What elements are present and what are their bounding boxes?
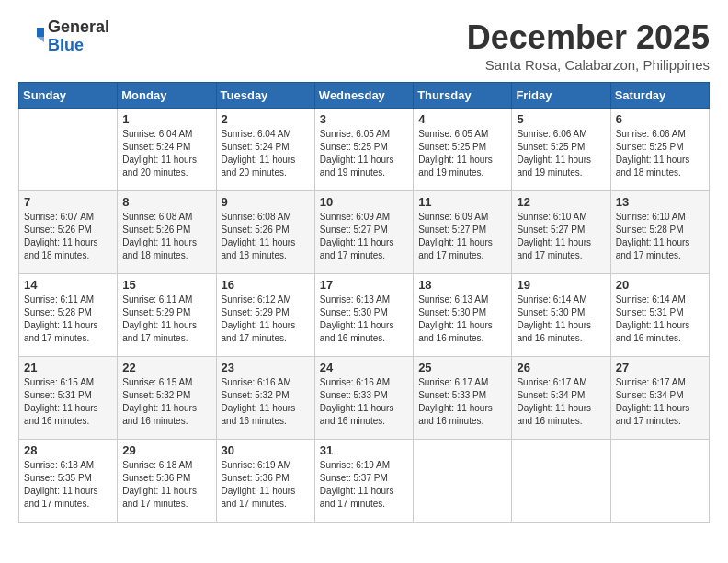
calendar-cell: 21Sunrise: 6:15 AM Sunset: 5:31 PM Dayli… xyxy=(19,357,118,440)
calendar-cell: 29Sunrise: 6:18 AM Sunset: 5:36 PM Dayli… xyxy=(118,440,216,523)
calendar-cell: 1Sunrise: 6:04 AM Sunset: 5:24 PM Daylig… xyxy=(118,109,216,191)
calendar-cell: 7Sunrise: 6:07 AM Sunset: 5:26 PM Daylig… xyxy=(19,191,118,274)
header-cell-friday: Friday xyxy=(512,83,610,109)
calendar-cell: 19Sunrise: 6:14 AM Sunset: 5:30 PM Dayli… xyxy=(512,274,610,357)
day-number: 25 xyxy=(418,361,506,374)
page-header: General Blue December 2025 Santa Rosa, C… xyxy=(18,18,710,73)
day-info: Sunrise: 6:04 AM Sunset: 5:24 PM Dayligh… xyxy=(122,128,210,179)
calendar-week-1: 1Sunrise: 6:04 AM Sunset: 5:24 PM Daylig… xyxy=(19,109,710,191)
day-info: Sunrise: 6:18 AM Sunset: 5:35 PM Dayligh… xyxy=(24,459,112,511)
calendar-cell: 14Sunrise: 6:11 AM Sunset: 5:28 PM Dayli… xyxy=(19,274,118,357)
calendar-cell: 23Sunrise: 6:16 AM Sunset: 5:32 PM Dayli… xyxy=(216,357,314,440)
day-number: 18 xyxy=(418,278,506,292)
day-number: 23 xyxy=(222,361,310,374)
header-row: SundayMondayTuesdayWednesdayThursdayFrid… xyxy=(19,83,710,109)
logo-text: General Blue xyxy=(48,18,109,55)
logo-icon xyxy=(18,24,44,50)
calendar-cell: 31Sunrise: 6:19 AM Sunset: 5:37 PM Dayli… xyxy=(314,440,413,523)
day-info: Sunrise: 6:11 AM Sunset: 5:29 PM Dayligh… xyxy=(122,293,210,345)
day-number: 9 xyxy=(222,195,310,209)
calendar-cell: 8Sunrise: 6:08 AM Sunset: 5:26 PM Daylig… xyxy=(118,191,216,274)
calendar-week-4: 21Sunrise: 6:15 AM Sunset: 5:31 PM Dayli… xyxy=(19,357,710,440)
day-info: Sunrise: 6:14 AM Sunset: 5:31 PM Dayligh… xyxy=(616,293,704,345)
day-number: 30 xyxy=(222,443,310,457)
day-number: 4 xyxy=(418,112,506,126)
day-info: Sunrise: 6:14 AM Sunset: 5:30 PM Dayligh… xyxy=(517,293,605,345)
day-number: 3 xyxy=(320,112,408,126)
day-number: 14 xyxy=(24,278,112,292)
day-info: Sunrise: 6:18 AM Sunset: 5:36 PM Dayligh… xyxy=(122,459,210,511)
calendar-body: 1Sunrise: 6:04 AM Sunset: 5:24 PM Daylig… xyxy=(19,109,710,523)
day-info: Sunrise: 6:07 AM Sunset: 5:26 PM Dayligh… xyxy=(24,211,112,262)
day-info: Sunrise: 6:19 AM Sunset: 5:36 PM Dayligh… xyxy=(222,459,310,511)
calendar-cell: 20Sunrise: 6:14 AM Sunset: 5:31 PM Dayli… xyxy=(610,274,709,357)
day-info: Sunrise: 6:05 AM Sunset: 5:25 PM Dayligh… xyxy=(320,128,408,179)
calendar-week-3: 14Sunrise: 6:11 AM Sunset: 5:28 PM Dayli… xyxy=(19,274,710,357)
day-info: Sunrise: 6:19 AM Sunset: 5:37 PM Dayligh… xyxy=(320,459,408,511)
day-number: 16 xyxy=(222,278,310,292)
day-number: 17 xyxy=(320,278,408,292)
day-number: 10 xyxy=(320,195,408,209)
calendar-cell xyxy=(610,440,709,523)
calendar-week-5: 28Sunrise: 6:18 AM Sunset: 5:35 PM Dayli… xyxy=(19,440,710,523)
calendar-cell: 4Sunrise: 6:05 AM Sunset: 5:25 PM Daylig… xyxy=(414,109,512,191)
calendar-cell: 5Sunrise: 6:06 AM Sunset: 5:25 PM Daylig… xyxy=(512,109,610,191)
calendar-cell: 24Sunrise: 6:16 AM Sunset: 5:33 PM Dayli… xyxy=(314,357,413,440)
calendar-cell: 13Sunrise: 6:10 AM Sunset: 5:28 PM Dayli… xyxy=(610,191,709,274)
header-cell-sunday: Sunday xyxy=(19,83,118,109)
logo-blue: Blue xyxy=(48,37,109,55)
calendar-cell xyxy=(414,440,512,523)
page-container: General Blue December 2025 Santa Rosa, C… xyxy=(0,0,728,532)
day-number: 26 xyxy=(517,361,605,374)
calendar-cell: 12Sunrise: 6:10 AM Sunset: 5:27 PM Dayli… xyxy=(512,191,610,274)
day-info: Sunrise: 6:15 AM Sunset: 5:32 PM Dayligh… xyxy=(122,376,210,428)
day-info: Sunrise: 6:17 AM Sunset: 5:33 PM Dayligh… xyxy=(418,376,506,428)
day-number: 29 xyxy=(122,443,210,457)
location: Santa Rosa, Calabarzon, Philippines xyxy=(467,57,710,73)
day-number: 13 xyxy=(616,195,704,209)
day-info: Sunrise: 6:17 AM Sunset: 5:34 PM Dayligh… xyxy=(517,376,605,428)
day-info: Sunrise: 6:16 AM Sunset: 5:33 PM Dayligh… xyxy=(320,376,408,428)
day-number: 31 xyxy=(320,443,408,457)
day-info: Sunrise: 6:16 AM Sunset: 5:32 PM Dayligh… xyxy=(222,376,310,428)
day-info: Sunrise: 6:12 AM Sunset: 5:29 PM Dayligh… xyxy=(222,293,310,345)
day-number: 1 xyxy=(122,112,210,126)
calendar-cell: 18Sunrise: 6:13 AM Sunset: 5:30 PM Dayli… xyxy=(414,274,512,357)
day-number: 27 xyxy=(616,361,704,374)
calendar-week-2: 7Sunrise: 6:07 AM Sunset: 5:26 PM Daylig… xyxy=(19,191,710,274)
day-info: Sunrise: 6:13 AM Sunset: 5:30 PM Dayligh… xyxy=(418,293,506,345)
calendar-cell xyxy=(512,440,610,523)
day-number: 22 xyxy=(122,361,210,374)
header-cell-thursday: Thursday xyxy=(414,83,512,109)
day-number: 2 xyxy=(222,112,310,126)
calendar-cell: 2Sunrise: 6:04 AM Sunset: 5:24 PM Daylig… xyxy=(216,109,314,191)
calendar-cell: 3Sunrise: 6:05 AM Sunset: 5:25 PM Daylig… xyxy=(314,109,413,191)
day-info: Sunrise: 6:09 AM Sunset: 5:27 PM Dayligh… xyxy=(320,211,408,262)
calendar-cell: 17Sunrise: 6:13 AM Sunset: 5:30 PM Dayli… xyxy=(314,274,413,357)
calendar-cell: 28Sunrise: 6:18 AM Sunset: 5:35 PM Dayli… xyxy=(19,440,118,523)
calendar-cell: 10Sunrise: 6:09 AM Sunset: 5:27 PM Dayli… xyxy=(314,191,413,274)
calendar-table: SundayMondayTuesdayWednesdayThursdayFrid… xyxy=(18,82,710,523)
day-info: Sunrise: 6:11 AM Sunset: 5:28 PM Dayligh… xyxy=(24,293,112,345)
svg-marker-1 xyxy=(37,37,44,42)
month-title: December 2025 xyxy=(467,18,710,57)
calendar-cell: 30Sunrise: 6:19 AM Sunset: 5:36 PM Dayli… xyxy=(216,440,314,523)
day-info: Sunrise: 6:17 AM Sunset: 5:34 PM Dayligh… xyxy=(616,376,704,428)
day-number: 24 xyxy=(320,361,408,374)
day-number: 15 xyxy=(122,278,210,292)
day-number: 28 xyxy=(24,443,112,457)
day-info: Sunrise: 6:10 AM Sunset: 5:27 PM Dayligh… xyxy=(517,211,605,262)
logo-general: General xyxy=(48,18,109,37)
calendar-cell: 11Sunrise: 6:09 AM Sunset: 5:27 PM Dayli… xyxy=(414,191,512,274)
day-number: 12 xyxy=(517,195,605,209)
calendar-cell: 26Sunrise: 6:17 AM Sunset: 5:34 PM Dayli… xyxy=(512,357,610,440)
day-info: Sunrise: 6:06 AM Sunset: 5:25 PM Dayligh… xyxy=(517,128,605,179)
calendar-cell: 6Sunrise: 6:06 AM Sunset: 5:25 PM Daylig… xyxy=(610,109,709,191)
header-cell-saturday: Saturday xyxy=(610,83,709,109)
day-info: Sunrise: 6:06 AM Sunset: 5:25 PM Dayligh… xyxy=(616,128,704,179)
day-number: 8 xyxy=(122,195,210,209)
day-info: Sunrise: 6:09 AM Sunset: 5:27 PM Dayligh… xyxy=(418,211,506,262)
day-info: Sunrise: 6:08 AM Sunset: 5:26 PM Dayligh… xyxy=(122,211,210,262)
day-number: 20 xyxy=(616,278,704,292)
day-info: Sunrise: 6:10 AM Sunset: 5:28 PM Dayligh… xyxy=(616,211,704,262)
